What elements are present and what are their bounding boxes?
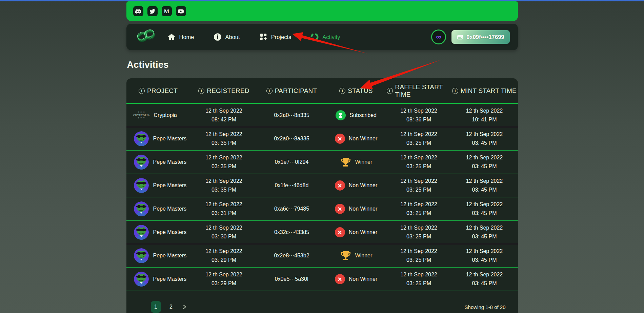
table-header-row: iPROJECTiREGISTEREDiPARTICIPANTiSTATUSiR… [126, 78, 518, 104]
twitter-icon[interactable] [147, 6, 158, 16]
status-cell: Non Winner [326, 227, 387, 237]
raffle-start-cell: 12 th Sep 202203: 25 PM [387, 153, 451, 171]
column-header: iRAFFLE START TIME [387, 83, 451, 98]
participant-address: 0x32c···433d5 [274, 228, 309, 237]
participant-cell: 0x2e8···453b2 [258, 251, 326, 260]
column-header-label: RAFFLE START TIME [395, 83, 451, 98]
mint-start-cell: 12 th Sep 202203: 45 PM [451, 153, 518, 171]
page-button-1[interactable]: 1 [151, 301, 161, 313]
mint-start-cell-time: 03: 45 PM [472, 256, 497, 265]
info-icon[interactable]: i [387, 88, 393, 94]
registered-cell: 12 th Sep 202203: 30 PM [190, 223, 258, 241]
nav-item-activity[interactable]: Activity [310, 33, 340, 41]
raffle-start-cell-date: 12 th Sep 2022 [400, 130, 437, 139]
registered-cell: 12 th Sep 202203: 29 PM [190, 247, 258, 265]
page-button-2[interactable]: 2 [166, 301, 176, 313]
status-cell: Non Winner [326, 204, 387, 214]
non-winner-x-icon [335, 227, 345, 237]
project-cell: Pepe Masters [126, 131, 190, 146]
raffle-start-cell-date: 12 th Sep 2022 [400, 177, 437, 185]
registered-cell-date: 12 th Sep 2022 [205, 200, 242, 209]
pagination: 1 2 Showing 1-8 of 20 [126, 291, 518, 313]
non-winner-x-icon [335, 180, 345, 191]
nav-item-home[interactable]: Home [167, 33, 194, 41]
raffle-start-cell-date: 12 th Sep 2022 [400, 153, 437, 162]
registered-cell-time: 03: 30 PM [212, 232, 236, 241]
raffle-start-cell-date: 12 th Sep 2022 [400, 200, 437, 209]
youtube-icon[interactable] [176, 6, 186, 16]
info-icon[interactable]: i [452, 88, 458, 94]
raffle-start-cell-time: 03: 25 PM [406, 162, 431, 171]
registered-cell-date: 12 th Sep 2022 [205, 153, 242, 162]
raffle-start-cell-date: 12 th Sep 2022 [400, 106, 437, 115]
site-logo-icon[interactable] [135, 27, 158, 47]
status-cell: Winner [326, 251, 387, 261]
mint-start-cell-date: 12 th Sep 2022 [466, 177, 503, 185]
registered-cell-time: 03: 35 PM [212, 185, 236, 194]
status-label: Non Winner [349, 275, 377, 283]
winner-trophy-icon [340, 157, 351, 167]
nav-item-about[interactable]: About [213, 33, 240, 41]
polygon-icon[interactable]: ∞ [431, 30, 446, 44]
participant-address: 0x1e7···0f294 [275, 158, 309, 167]
project-name: Pepe Masters [153, 181, 187, 190]
mint-start-cell-date: 12 th Sep 2022 [466, 153, 503, 162]
home-icon [167, 33, 176, 41]
registered-cell: 12 th Sep 202203: 35 PM [190, 153, 258, 171]
discord-icon[interactable] [133, 6, 143, 16]
cryptopia-logo: ✶✶✶CRYPTOPIA✶✶✶ [134, 107, 149, 123]
participant-cell: 0x1fe···46d8d [258, 181, 326, 190]
activity-icon [310, 33, 319, 41]
raffle-start-cell: 12 th Sep 202203: 25 PM [387, 223, 451, 241]
mint-start-cell-date: 12 th Sep 2022 [466, 130, 503, 139]
mint-start-cell-date: 12 th Sep 2022 [466, 223, 503, 232]
table-row: ✶✶✶CRYPTOPIA✶✶✶Cryptopia12 th Sep 202208… [126, 104, 518, 127]
status-label: Subscribed [349, 111, 377, 120]
info-icon[interactable]: i [139, 88, 145, 94]
table-row: Pepe Masters12 th Sep 202203: 29 PM0x2e8… [126, 244, 518, 268]
participant-cell: 0x1e7···0f294 [258, 158, 326, 167]
winner-trophy-icon [340, 251, 351, 261]
registered-cell-date: 12 th Sep 2022 [205, 223, 242, 232]
status-label: Non Winner [349, 228, 377, 237]
nav-item-projects[interactable]: Projects [259, 33, 291, 41]
registered-cell-date: 12 th Sep 2022 [205, 247, 242, 256]
status-cell: Non Winner [326, 180, 387, 191]
column-header-label: PARTICIPANT [275, 87, 317, 95]
pepe-avatar [134, 131, 149, 146]
participant-address: 0x1fe···46d8d [275, 181, 309, 190]
column-header: iREGISTERED [190, 87, 258, 95]
raffle-start-cell-time: 03: 25 PM [406, 209, 431, 218]
info-icon[interactable]: i [339, 88, 345, 94]
pepe-avatar [134, 225, 149, 240]
medium-icon[interactable]: M [162, 6, 172, 16]
column-header-label: MINT START TIME [461, 87, 517, 95]
status-cell: Winner [326, 157, 387, 167]
participant-cell: 0x0e5···5a30f [258, 275, 326, 283]
non-winner-x-icon [335, 274, 345, 284]
registered-cell-time: 03: 29 PM [212, 279, 236, 288]
status-label: Winner [355, 158, 373, 167]
registered-cell-date: 12 th Sep 2022 [205, 177, 242, 185]
raffle-start-cell-time: 03: 25 PM [406, 232, 431, 241]
status-cell: Non Winner [326, 274, 387, 284]
chevron-right-icon[interactable] [181, 304, 187, 310]
info-icon[interactable]: i [266, 88, 273, 94]
wallet-address-button[interactable]: 0x09f••••17699 [451, 30, 509, 44]
social-bar: M [126, 1, 518, 21]
table-row: Pepe Masters12 th Sep 202203: 35 PM0x1e7… [126, 151, 518, 174]
project-cell: Pepe Masters [126, 155, 190, 170]
page: M [0, 0, 644, 313]
status-label: Winner [355, 251, 373, 260]
registered-cell-time: 03: 35 PM [212, 139, 236, 148]
column-header: iSTATUS [326, 87, 387, 95]
participant-cell: 0x2a0···8a335 [258, 134, 326, 143]
nav-item-label: About [225, 34, 240, 40]
mint-start-cell: 12 th Sep 202203: 45 PM [451, 177, 518, 195]
mint-start-cell: 12 th Sep 202203: 45 PM [451, 130, 518, 148]
table-body: ✶✶✶CRYPTOPIA✶✶✶Cryptopia12 th Sep 202208… [126, 104, 518, 291]
column-header-label: STATUS [348, 87, 373, 95]
status-label: Non Winner [349, 181, 377, 190]
raffle-start-cell: 12 th Sep 202203: 25 PM [387, 270, 451, 288]
info-icon[interactable]: i [198, 88, 204, 94]
